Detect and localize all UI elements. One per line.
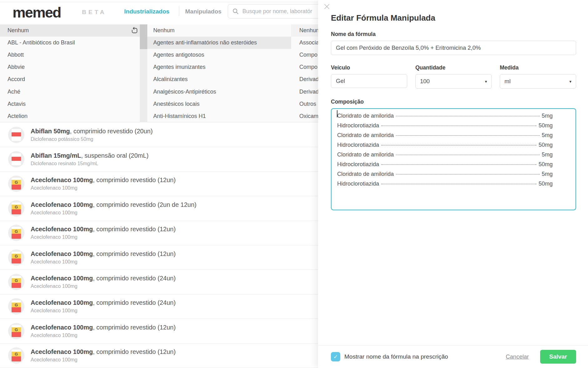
drug-type-icon: G xyxy=(8,298,24,314)
drug-substance: Diclofenaco potássico 50mg xyxy=(31,136,153,142)
quantity-select[interactable]: 100 ▾ xyxy=(415,74,492,89)
drug-presentation: , comprimido revestido (12un) xyxy=(93,226,176,233)
category-item[interactable]: Analgésicos-Antipiréticos xyxy=(144,85,291,98)
dotted-leader xyxy=(396,135,540,136)
composition-editor[interactable]: Cloridrato de amilorida 5mg Hidrocloroti… xyxy=(331,108,576,210)
category-scrollbar[interactable] xyxy=(143,24,147,122)
laboratory-item[interactable]: Accord xyxy=(0,73,144,85)
drug-presentation: , comprimido revestido (20un) xyxy=(70,128,153,135)
category-item[interactable]: Agentes imunizantes xyxy=(144,61,291,73)
drug-title: Aceclofenaco 100mg, comprimido revestido… xyxy=(31,226,176,233)
drug-presentation: , comprimido revestido (12un) xyxy=(93,348,176,355)
drug-type-icon xyxy=(8,151,24,167)
drug-presentation: , comprimido revestido (24un) xyxy=(93,299,176,306)
drug-type-icon: G xyxy=(8,323,24,339)
show-name-checkbox[interactable]: ✓ xyxy=(331,352,340,361)
laboratory-item[interactable]: ABL - Antibióticos do Brasil xyxy=(0,37,144,49)
drug-type-icon: G xyxy=(8,176,24,192)
close-icon[interactable] xyxy=(323,3,331,11)
cancel-button[interactable]: Cancelar xyxy=(506,353,529,360)
tab-industrializados[interactable]: Industrializados xyxy=(124,8,170,15)
category-item-label: Nenhum xyxy=(153,27,175,34)
drug-substance: Aceclofenaco 100mg xyxy=(31,357,176,363)
laboratory-item[interactable]: Actavis xyxy=(0,98,144,110)
composition-label: Composição xyxy=(331,99,576,105)
category-item[interactable]: Agentes antigotosos xyxy=(144,49,291,61)
category-item-label: Agentes anti-inflamatórios não esteróide… xyxy=(153,39,257,46)
category-item[interactable]: Anti-Histamínicos H1 xyxy=(144,110,291,122)
composition-line: Cloridrato de amilorida 5mg xyxy=(337,171,570,181)
subcategory-item-label: Compo xyxy=(299,64,317,70)
category-item[interactable]: Nenhum xyxy=(144,24,291,37)
drug-title: Aceclofenaco 100mg, comprimido revestido… xyxy=(31,299,176,306)
chevron-down-icon: ▾ xyxy=(485,79,487,84)
laboratory-item[interactable]: Aché xyxy=(0,85,144,98)
ingredient-amount: 5mg xyxy=(542,113,553,119)
dotted-leader xyxy=(396,155,540,155)
formula-name-input[interactable] xyxy=(331,41,576,55)
laboratory-item-label: ABL - Antibióticos do Brasil xyxy=(8,39,75,46)
drug-title: Aceclofenaco 100mg, comprimido revestido… xyxy=(31,275,176,282)
ingredient-name: Hidroclorotiazida xyxy=(337,122,379,129)
scrollbar-thumb[interactable] xyxy=(143,24,147,49)
drug-title: Aceclofenaco 100mg, comprimido revestido… xyxy=(31,324,176,331)
composition-line: Hidroclorotiazida 50mg xyxy=(337,122,570,132)
category-item[interactable]: Alcalinizantes xyxy=(144,73,291,85)
generic-letter: G xyxy=(15,278,18,283)
drug-type-icon: G xyxy=(8,274,24,290)
subcategory-item-label: Oxicam xyxy=(299,113,318,120)
laboratory-item-label: Accord xyxy=(8,76,25,83)
reset-filter-icon[interactable] xyxy=(131,27,138,34)
drug-presentation: , suspensão oral (20mL) xyxy=(81,152,149,159)
unit-select[interactable]: ml ▾ xyxy=(500,74,576,89)
drug-presentation: , comprimido revestido (24un) xyxy=(93,275,176,282)
search-box[interactable] xyxy=(228,4,331,18)
ingredient-amount: 5mg xyxy=(542,132,553,139)
text-caret xyxy=(337,110,337,117)
drug-substance: Aceclofenaco 100mg xyxy=(31,234,176,240)
category-item[interactable]: Anestésicos locais xyxy=(144,98,291,110)
laboratory-item[interactable]: Abbvie xyxy=(0,61,144,73)
tab-manipulados[interactable]: Manipulados xyxy=(185,8,221,15)
laboratory-item-label: Abbott xyxy=(8,52,24,58)
drug-name: Aceclofenaco 100mg xyxy=(31,201,93,208)
laboratory-item[interactable]: Actelion xyxy=(0,110,144,122)
drug-title: Aceclofenaco 100mg, comprimido revestido… xyxy=(31,250,176,258)
ingredient-name: Hidroclorotiazida xyxy=(337,142,379,148)
composition-line: Cloridrato de amilorida 5mg xyxy=(337,151,570,161)
search-icon xyxy=(232,8,239,14)
drug-presentation: , comprimido revestido (12un) xyxy=(93,324,176,331)
composition-line: Cloridrato de amilorida 5mg xyxy=(337,113,570,122)
drawer-footer: ✓ Mostrar nome da fórmula na prescrição … xyxy=(318,345,588,368)
save-button[interactable]: Salvar xyxy=(540,350,576,364)
laboratory-item-label: Abbvie xyxy=(8,64,25,70)
ingredient-name: Hidroclorotiazida xyxy=(337,181,379,187)
category-item[interactable]: Agentes anti-inflamatórios não esteróide… xyxy=(144,37,291,49)
category-item-label: Agentes antigotosos xyxy=(153,52,204,58)
drug-presentation: , comprimido revestido (12un) xyxy=(93,250,176,257)
category-item-label: Alcalinizantes xyxy=(153,76,188,83)
ingredient-amount: 50mg xyxy=(539,142,553,148)
search-input[interactable] xyxy=(242,8,326,15)
drug-name: Aceclofenaco 100mg xyxy=(31,250,93,257)
memed-logo: memed xyxy=(13,4,61,21)
drug-type-icon: G xyxy=(8,200,24,217)
ingredient-name: Hidroclorotiazida xyxy=(337,161,379,168)
drug-substance: Aceclofenaco 100mg xyxy=(31,259,176,265)
drug-presentation: , comprimido revestido (12un) xyxy=(93,176,176,183)
composition-line: Cloridrato de amilorida 5mg xyxy=(337,132,570,142)
ingredient-amount: 50mg xyxy=(539,122,553,129)
laboratory-item[interactable]: Abbott xyxy=(0,49,144,61)
category-item-label: Anti-Histamínicos H1 xyxy=(153,113,206,120)
drug-presentation: , comprimido revestido (2un de 12un) xyxy=(93,201,196,208)
drug-type-icon: G xyxy=(8,249,24,266)
drug-title: Abiflan 15mg/mL, suspensão oral (20mL) xyxy=(31,152,149,159)
laboratory-item-label: Actavis xyxy=(8,101,26,107)
drug-substance: Aceclofenaco 100mg xyxy=(31,284,176,289)
laboratory-item[interactable]: Nenhum xyxy=(0,24,144,37)
quantity-value: 100 xyxy=(420,78,430,85)
vehicle-input[interactable] xyxy=(331,74,407,88)
category-item-label: Agentes imunizantes xyxy=(153,64,205,70)
composition-line: Hidroclorotiazida 50mg xyxy=(337,161,570,171)
composition-line: Hidroclorotiazida 50mg xyxy=(337,181,570,190)
